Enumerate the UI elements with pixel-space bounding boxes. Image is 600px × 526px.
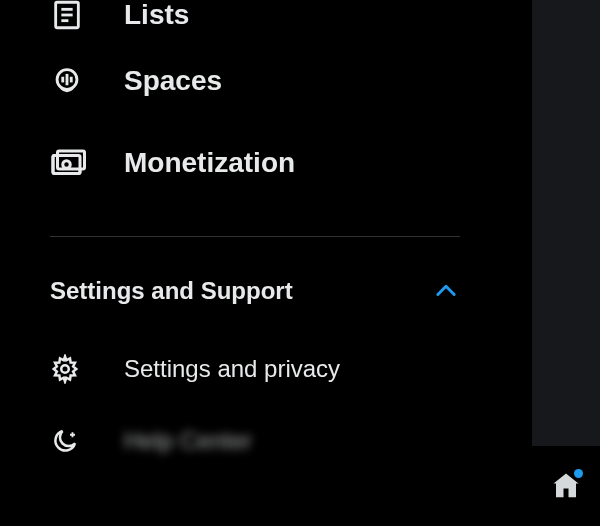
svg-point-13 bbox=[61, 365, 69, 373]
menu-item-monetization[interactable]: Monetization bbox=[50, 122, 484, 204]
divider bbox=[50, 236, 460, 237]
gear-icon bbox=[50, 354, 80, 384]
lists-icon bbox=[50, 0, 84, 32]
side-panel bbox=[532, 0, 600, 526]
menu-item-lists[interactable]: Lists bbox=[50, 0, 484, 40]
menu-label-settings-privacy: Settings and privacy bbox=[124, 355, 340, 383]
menu-label-spaces: Spaces bbox=[124, 65, 222, 97]
notification-dot bbox=[574, 469, 583, 478]
menu-label-lists: Lists bbox=[124, 0, 189, 31]
moon-sparkle-icon bbox=[50, 426, 80, 456]
chevron-up-icon bbox=[432, 277, 460, 305]
menu-item-spaces[interactable]: Spaces bbox=[50, 40, 484, 122]
menu-label-help-center: Help Center bbox=[124, 427, 252, 455]
menu-label-monetization: Monetization bbox=[124, 147, 295, 179]
section-settings-support[interactable]: Settings and Support bbox=[50, 277, 460, 305]
more-menu: Lists Spaces Monetization bbox=[0, 0, 534, 526]
section-header-label: Settings and Support bbox=[50, 277, 293, 305]
bottom-nav bbox=[532, 446, 600, 526]
spaces-icon bbox=[50, 64, 84, 98]
menu-item-settings-privacy[interactable]: Settings and privacy bbox=[50, 333, 484, 405]
monetization-icon bbox=[50, 145, 86, 181]
home-button[interactable] bbox=[551, 471, 581, 501]
menu-item-help-center[interactable]: Help Center bbox=[50, 405, 484, 477]
